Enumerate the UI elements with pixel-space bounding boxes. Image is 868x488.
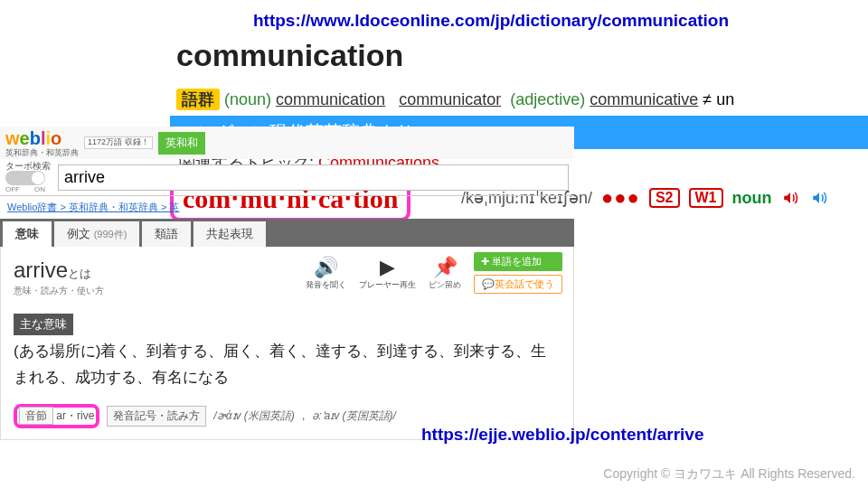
tool-play[interactable]: ▶プレーヤー再生 xyxy=(359,256,416,291)
dict-type-button[interactable]: 英和和 xyxy=(158,132,205,155)
tab-synonyms[interactable]: 類語 xyxy=(142,221,191,247)
neq: ≠ un xyxy=(703,90,734,108)
source-url-bottom: https://ejje.weblio.jp/content/arrive xyxy=(421,425,704,445)
wf-communication[interactable]: communication xyxy=(276,90,385,108)
weblio-panel: weblio 英和辞典・和英辞典 1172万語 収録！ 英和和 ターボ検索 OF… xyxy=(0,127,574,440)
search-row: ターボ検索 OFFON xyxy=(0,159,574,196)
syllable-label: 音節 xyxy=(19,407,53,425)
tool-row: 🔊発音を聞く ▶プレーヤー再生 📌ピン留め ✚ 単語を追加 💬英会話で使う xyxy=(306,252,562,294)
ipa-uk: ə:ˈaɪv (英国英語)/ xyxy=(312,408,396,424)
tab-bar: 意味 例文 (999件) 類語 共起表現 xyxy=(0,219,574,247)
headword: communication xyxy=(176,38,403,73)
switch-on: ON xyxy=(34,185,45,193)
pos-noun: (noun) xyxy=(224,90,271,108)
frequency-dots: ●●● xyxy=(601,186,640,210)
speaker-icon-red[interactable] xyxy=(780,190,800,206)
tab-examples[interactable]: 例文 (999件) xyxy=(54,221,139,247)
meaning-label: 主な意味 xyxy=(14,314,73,335)
pos-label: noun xyxy=(732,189,772,208)
weblio-header: weblio 英和辞典・和英辞典 1172万語 収録！ 英和和 xyxy=(0,127,574,159)
wf-communicative[interactable]: communicative xyxy=(590,90,698,108)
tool-listen[interactable]: 🔊発音を聞く xyxy=(306,256,346,291)
pos-adj: (adjective) xyxy=(510,90,585,108)
ipa-us: /ɚάɪv (米国英語) xyxy=(213,408,295,424)
weblio-subtitle: 英和辞典・和英辞典 xyxy=(5,149,79,157)
tool-pin[interactable]: 📌ピン留め xyxy=(429,256,461,291)
word-count-badge: 1172万語 収録！ xyxy=(84,136,153,149)
freq-w1: W1 xyxy=(689,188,723,208)
entry-body: arriveとは 意味・読み方・使い方 🔊発音を聞く ▶プレーヤー再生 📌ピン留… xyxy=(0,247,574,440)
meaning-text: (ある場所に)着く、到着する、届く、着く、達する、到達する、到来する、生まれる、… xyxy=(14,339,561,391)
family-tag: 語群 xyxy=(176,89,220,110)
wf-communicator[interactable]: communicator xyxy=(399,90,501,108)
add-word-button[interactable]: ✚ 単語を追加 xyxy=(474,252,562,271)
search-input[interactable] xyxy=(58,164,569,191)
switch-off: OFF xyxy=(5,185,20,193)
weblio-logo[interactable]: weblio xyxy=(5,128,61,148)
pron-label: 発音記号・読み方 xyxy=(107,406,206,427)
breadcrumb[interactable]: Weblio辞書 > 英和辞典・和英辞典 > 英 xyxy=(0,196,574,219)
turbo-label: ターボ検索 xyxy=(5,161,51,171)
eikaiwa-button[interactable]: 💬英会話で使う xyxy=(474,275,562,294)
tab-meaning[interactable]: 意味 xyxy=(3,221,52,247)
freq-s2: S2 xyxy=(649,188,680,208)
syllable-value: ar・rive xyxy=(56,409,94,422)
tab-collocations[interactable]: 共起表現 xyxy=(193,221,266,247)
turbo-switch[interactable] xyxy=(5,171,45,185)
source-url-top: https://www.ldoceonline.com/jp/dictionar… xyxy=(253,11,729,31)
word-family-row: 語群 (noun) communication communicator (ad… xyxy=(176,89,734,110)
syllable-highlight: 音節 ar・rive xyxy=(14,404,99,428)
copyright: Copyright © ヨカワユキ All Rights Reserved. xyxy=(603,466,855,483)
speaker-icon-blue[interactable] xyxy=(809,190,829,206)
